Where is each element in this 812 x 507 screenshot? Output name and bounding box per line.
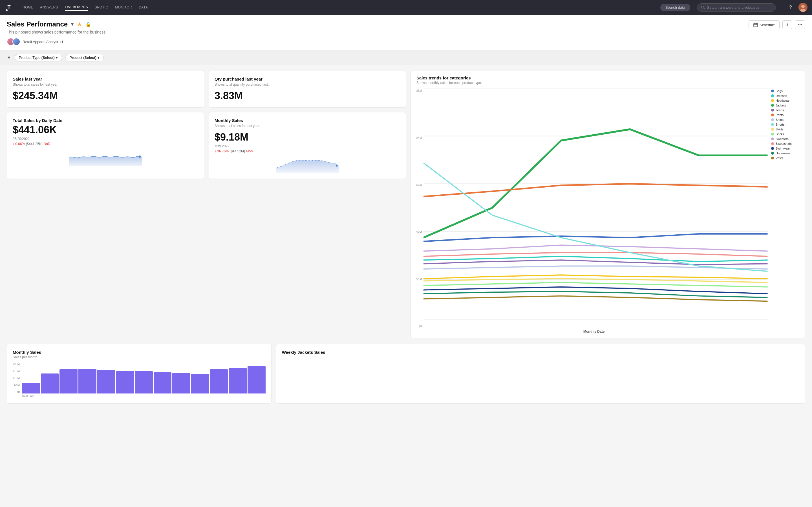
nav-answers[interactable]: ANSWERS [40, 4, 58, 10]
global-search-input[interactable] [707, 5, 772, 10]
title-dropdown-icon[interactable]: ▾ [71, 21, 73, 27]
qty-purchased-title: Qty purchased last year [214, 76, 400, 81]
bar-1 [22, 383, 40, 394]
daily-change-amt: ($441.35K) [26, 142, 44, 146]
legend-dot-swimwear [771, 147, 774, 150]
lock-icon[interactable]: 🔒 [86, 22, 91, 27]
sales-trends-card: Sales trends for categories Shows monthl… [410, 71, 805, 338]
legend-dot-jackets [771, 104, 774, 107]
bars-container [22, 362, 266, 393]
legend-label-dresses: Dresses [776, 94, 787, 98]
legend-label-sweatshirts: Sweatshirts [776, 142, 792, 145]
help-button[interactable]: ? [786, 3, 795, 12]
bar-12 [229, 368, 247, 393]
svg-text:Jan: Jan [624, 327, 636, 327]
legend-label-swimwear: Swimwear [776, 147, 790, 150]
navigation: T HOME ANSWERS LIVEBOARDS SPOTIQ MONITOR… [0, 0, 812, 15]
bar-5 [97, 370, 115, 393]
legend-socks: Socks [771, 132, 799, 136]
legend-dot-sweaters [771, 137, 774, 140]
y-label-0: $0 [416, 325, 422, 328]
bar-y-15m: $15M [13, 370, 20, 373]
bar-y-10m: $10M [13, 377, 20, 380]
legend-label-sweaters: Sweaters [776, 137, 789, 140]
daily-area-chart [13, 149, 198, 166]
legend-dot-shorts [771, 123, 774, 126]
legend-dot-pants [771, 114, 774, 116]
monthly-area-chart [214, 156, 400, 173]
svg-point-6 [801, 5, 805, 8]
monthly-change-amt: ($14.52M) [230, 149, 246, 153]
svg-text:Feb: Feb [693, 327, 705, 327]
bar-chart-title: Monthly Sales [13, 350, 266, 355]
y-label-1m: $1M [416, 278, 422, 281]
product-type-filter[interactable]: Product Type (Select) ▾ [15, 54, 62, 61]
daily-sales-title: Total Sales by Daily Date [13, 118, 198, 123]
page-title: Sales Performance [7, 20, 68, 28]
svg-rect-8 [754, 23, 758, 27]
legend-label-jackets: Jackets [776, 104, 786, 107]
bottom-section: Monthly Sales Sales per month $20M $15M … [0, 344, 812, 409]
search-data-button[interactable]: Search data [660, 4, 690, 11]
legend-dot-underwear [771, 152, 774, 155]
product-filter[interactable]: Product (Select) ▾ [65, 54, 104, 61]
total-sales-daily-card: Total Sales by Daily Date $441.06K 05/20… [7, 112, 204, 179]
legend-vests: Vests [771, 156, 799, 160]
legend-dot-bags [771, 90, 774, 93]
nav-icons: ? [786, 3, 808, 12]
schedule-label: Schedule [760, 23, 775, 27]
daily-sales-date: 05/20/2022 [13, 137, 198, 141]
legend-sweaters: Sweaters [771, 137, 799, 140]
legend-pants: Pants [771, 113, 799, 117]
monthly-bar-chart-card: Monthly Sales Sales per month $20M $15M … [7, 344, 271, 404]
logo[interactable]: T [4, 3, 13, 12]
user-avatar[interactable] [799, 3, 808, 12]
nav-spotiq[interactable]: SPOTIQ [95, 4, 108, 10]
svg-point-32 [336, 165, 338, 167]
more-options-button[interactable]: ••• [795, 20, 805, 29]
daily-sales-change: ↓ 0.06% ($441.35K) DoD [13, 142, 198, 146]
legend-label-vests: Vests [776, 156, 783, 160]
bar-9 [172, 373, 190, 393]
legend-dot-dresses [771, 94, 774, 97]
nav-monitor[interactable]: MONITOR [115, 4, 132, 10]
nav-data[interactable]: DATA [139, 4, 148, 10]
legend-headwear: Headwear [771, 99, 799, 102]
calendar-icon [753, 22, 758, 27]
qty-purchased-card: Qty purchased last year Shows total quan… [209, 71, 406, 108]
sort-icon[interactable]: ↑ [606, 330, 608, 334]
chart-svg-container: Oct 2021 Nov 2021 Dec 2021 Jan 2022 Feb … [423, 88, 768, 334]
sales-last-year-card: Sales last year Shows total sales for la… [7, 71, 204, 108]
bar-2 [41, 374, 59, 394]
bar-chart-area: $20M $15M $10M $5M $0 [13, 362, 266, 393]
authors-label: Retail Apparel Analyst +1 [22, 40, 63, 44]
svg-text:Oct: Oct [423, 327, 429, 327]
legend-dot-vests [771, 157, 774, 159]
schedule-button[interactable]: Schedule [749, 20, 779, 29]
nav-home[interactable]: HOME [22, 4, 33, 10]
header-left: Sales Performance ▾ ★ 🔒 This pinboard sh… [7, 20, 107, 46]
monthly-sales-date: May 2022 [214, 144, 400, 148]
qty-purchased-value: 3.83M [214, 90, 400, 102]
legend-jackets: Jackets [771, 104, 799, 107]
legend-dresses: Dresses [771, 94, 799, 98]
product-label: Product (Select) [70, 55, 96, 60]
header-top: Sales Performance ▾ ★ 🔒 This pinboard sh… [7, 20, 805, 46]
svg-text:Mar: Mar [761, 327, 768, 327]
global-search [697, 3, 776, 11]
chart-area: $5M $4M $3M $2M $1M $0 [416, 88, 799, 334]
nav-liveboards[interactable]: LIVEBOARDS [65, 4, 88, 11]
legend-label-shorts: Shorts [776, 123, 784, 126]
legend-dot-skirts [771, 128, 774, 131]
monthly-sales-value: $9.18M [214, 131, 400, 143]
favorite-icon[interactable]: ★ [77, 21, 82, 27]
svg-text:T: T [8, 4, 11, 10]
export-button[interactable]: ⬆ [782, 20, 792, 29]
svg-line-4 [704, 8, 705, 9]
filter-icon: ▼ [7, 55, 11, 60]
filters-bar: ▼ Product Type (Select) ▾ Product (Selec… [0, 50, 812, 65]
bar-7 [135, 371, 153, 393]
bar-3 [59, 369, 78, 393]
bar-y-axis: $20M $15M $10M $5M $0 [13, 362, 21, 393]
svg-point-31 [139, 156, 141, 158]
